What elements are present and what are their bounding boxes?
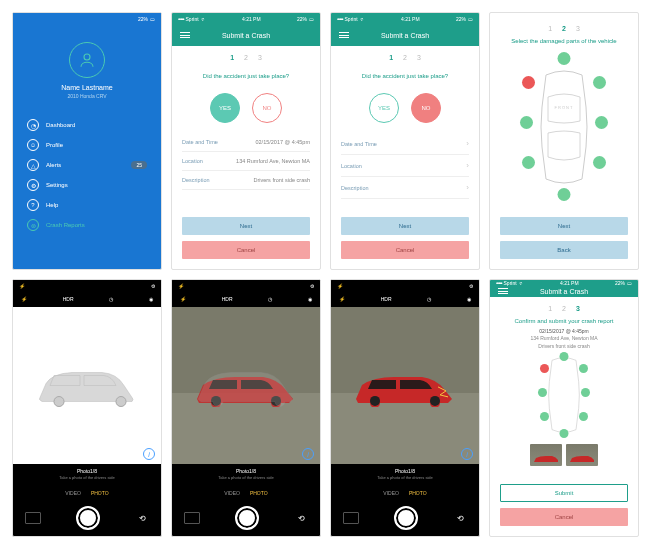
timer-icon[interactable]: ◷ xyxy=(268,296,272,302)
next-button[interactable]: Next xyxy=(182,217,310,235)
flash-icon[interactable]: ⚡ xyxy=(339,296,345,302)
nav-profile[interactable]: ☺Profile xyxy=(13,135,161,155)
status-bar: Sprint ᯤ 4:21 PM 22% ▭ xyxy=(331,13,479,24)
shutter-button[interactable] xyxy=(76,506,100,530)
info-icon[interactable]: i xyxy=(143,448,155,460)
shutter-button[interactable] xyxy=(394,506,418,530)
submit-button[interactable]: Submit xyxy=(500,484,628,502)
nav-settings[interactable]: ⚙Settings xyxy=(13,175,161,195)
mode-video[interactable]: VIDEO xyxy=(224,490,240,496)
gallery-thumb[interactable] xyxy=(184,512,200,524)
mode-video[interactable]: VIDEO xyxy=(65,490,81,496)
yes-button[interactable]: YES xyxy=(210,93,240,123)
camera-viewfinder[interactable]: i xyxy=(172,307,320,464)
gallery-thumb[interactable] xyxy=(343,512,359,524)
camera-viewfinder[interactable]: i xyxy=(13,307,161,464)
nav-alerts[interactable]: △Alerts25 xyxy=(13,155,161,175)
row-datetime[interactable]: Date and Time02/15/2017 @ 4:45pm xyxy=(182,133,310,152)
hdr-toggle[interactable]: HDR xyxy=(222,296,233,302)
car-outline xyxy=(544,355,584,435)
back-button[interactable]: Back xyxy=(500,241,628,259)
switch-camera-icon[interactable]: ⟲ xyxy=(294,511,308,525)
car-damage-diagram: FRONT xyxy=(490,46,638,207)
photo-hint: Take a photo of the drivers side xyxy=(13,475,161,486)
user-profile-header[interactable]: Name Lastname 2010 Honda CRV xyxy=(13,24,161,109)
crashed-car-photo xyxy=(350,368,460,406)
photo-hint: Take a photo of the drivers side xyxy=(331,475,479,486)
damage-zone-front-right[interactable] xyxy=(593,76,606,89)
timer-icon[interactable]: ◷ xyxy=(109,296,113,302)
step-2: 2 xyxy=(403,54,407,61)
damage-zone-rear[interactable] xyxy=(558,188,571,201)
step-subtitle: Confirm and submit your crash report xyxy=(490,316,638,326)
menu-icon[interactable] xyxy=(339,32,349,38)
mode-photo[interactable]: PHOTO xyxy=(409,490,427,496)
header-title: Submit a Crash xyxy=(222,32,270,39)
gallery-thumb[interactable] xyxy=(25,512,41,524)
hdr-toggle[interactable]: HDR xyxy=(381,296,392,302)
yes-button[interactable]: YES xyxy=(369,93,399,123)
cancel-button[interactable]: Cancel xyxy=(500,508,628,526)
photo-thumb[interactable] xyxy=(530,444,562,466)
flash-icon[interactable]: ⚡ xyxy=(21,296,27,302)
timer-icon[interactable]: ◷ xyxy=(427,296,431,302)
step-1: 1 xyxy=(389,54,393,61)
nav-help[interactable]: ?Help xyxy=(13,195,161,215)
damage-zone xyxy=(560,352,569,361)
photo-thumb[interactable] xyxy=(566,444,598,466)
damage-zone-mid-left[interactable] xyxy=(520,116,533,129)
damage-zone-front-left[interactable] xyxy=(522,76,535,89)
mode-video[interactable]: VIDEO xyxy=(383,490,399,496)
nav-crash-reports[interactable]: ⊛Crash Reports xyxy=(13,215,161,235)
row-location[interactable]: Location› xyxy=(341,155,469,177)
step-2: 2 xyxy=(562,305,566,312)
camera-modes: VIDEO PHOTO xyxy=(13,486,161,500)
next-button[interactable]: Next xyxy=(341,217,469,235)
header-title: Submit a Crash xyxy=(540,288,588,295)
mode-photo[interactable]: PHOTO xyxy=(250,490,268,496)
settings-icon: ⚙ xyxy=(27,179,39,191)
damage-zone-front[interactable] xyxy=(558,52,571,65)
switch-camera-icon[interactable]: ⟲ xyxy=(135,511,149,525)
nav-menu: ◔Dashboard ☺Profile △Alerts25 ⚙Settings … xyxy=(13,109,161,241)
info-icon[interactable]: i xyxy=(302,448,314,460)
damage-zone-mid-right[interactable] xyxy=(595,116,608,129)
alerts-icon: △ xyxy=(27,159,39,171)
menu-icon[interactable] xyxy=(180,32,190,38)
camera-viewfinder[interactable]: i xyxy=(331,307,479,464)
camera-photo-screen: ⚡⚙ ⚡ HDR ◷ ◉ i Photo1/8 Take a photo of … xyxy=(330,279,480,537)
filter-icon[interactable]: ◉ xyxy=(308,296,312,302)
damage-zone xyxy=(538,388,547,397)
filter-icon[interactable]: ◉ xyxy=(467,296,471,302)
damage-zone-rear-left[interactable] xyxy=(522,156,535,169)
user-vehicle: 2010 Honda CRV xyxy=(67,93,106,99)
row-description[interactable]: DescriptionDrivers front side crash xyxy=(182,171,310,190)
no-button[interactable]: NO xyxy=(252,93,282,123)
shutter-button[interactable] xyxy=(235,506,259,530)
submit-crash-step1-no: Sprint ᯤ 4:21 PM 22% ▭ Submit a Crash 1 … xyxy=(330,12,480,270)
nav-dashboard[interactable]: ◔Dashboard xyxy=(13,115,161,135)
camera-modes: VIDEO PHOTO xyxy=(331,486,479,500)
car-silhouette-overlay xyxy=(32,363,142,408)
filter-icon[interactable]: ◉ xyxy=(149,296,153,302)
row-location[interactable]: Location134 Rumford Ave, Newton MA xyxy=(182,152,310,171)
menu-icon[interactable] xyxy=(498,288,508,294)
switch-camera-icon[interactable]: ⟲ xyxy=(453,511,467,525)
step-3: 3 xyxy=(417,54,421,61)
info-icon[interactable]: i xyxy=(461,448,473,460)
row-description[interactable]: Description› xyxy=(341,177,469,199)
cancel-button[interactable]: Cancel xyxy=(182,241,310,259)
flash-icon[interactable]: ⚡ xyxy=(180,296,186,302)
no-button[interactable]: NO xyxy=(411,93,441,123)
damage-zone-rear-right[interactable] xyxy=(593,156,606,169)
row-datetime[interactable]: Date and Time› xyxy=(341,133,469,155)
next-button[interactable]: Next xyxy=(500,217,628,235)
mode-photo[interactable]: PHOTO xyxy=(91,490,109,496)
status-bar: ⚡⚙ xyxy=(13,280,161,291)
step-subtitle: Select the damaged parts of the vehicle xyxy=(490,36,638,46)
car-silhouette-overlay xyxy=(191,363,301,408)
camera-top-controls: ⚡ HDR ◷ ◉ xyxy=(172,291,320,307)
profile-icon: ☺ xyxy=(27,139,39,151)
hdr-toggle[interactable]: HDR xyxy=(63,296,74,302)
cancel-button[interactable]: Cancel xyxy=(341,241,469,259)
